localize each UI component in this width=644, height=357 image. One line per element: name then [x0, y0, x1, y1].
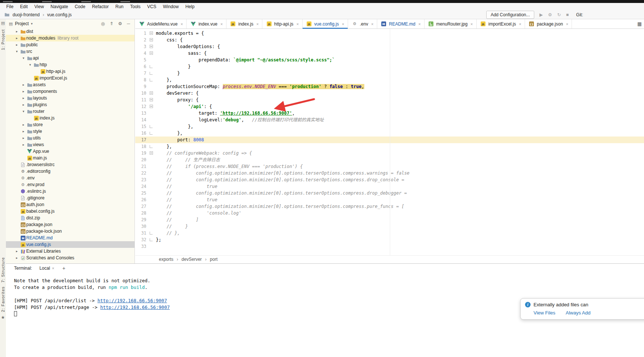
tree-item-style[interactable]: ▸style — [6, 128, 134, 135]
editor-tab-index-js[interactable]: JSindex.js× — [226, 19, 262, 28]
close-icon[interactable]: × — [371, 22, 373, 26]
tree-item-node-modules[interactable]: ▸node_moduleslibrary root — [6, 35, 134, 41]
stripe-structure-button[interactable]: 7: Structure — [1, 257, 5, 283]
code-editor[interactable]: 1module.exports = {2 css: {3 loaderOptio… — [135, 29, 644, 255]
fold-marker[interactable] — [148, 150, 154, 156]
fold-marker[interactable] — [148, 236, 154, 243]
editor-layout-icon[interactable]: ▦ — [637, 21, 642, 27]
chevron-right-icon[interactable]: ▸ — [21, 96, 26, 100]
update-icon[interactable]: ↻ — [557, 12, 561, 17]
breadcrumb-project[interactable]: duoji-frontend — [13, 12, 40, 17]
chevron-right-icon[interactable]: ▸ — [21, 83, 26, 87]
add-configuration-button[interactable]: Add Configuration... — [486, 11, 534, 19]
fold-marker[interactable] — [148, 37, 154, 43]
menu-navigate[interactable]: Navigate — [47, 4, 71, 9]
menu-run[interactable]: Run — [112, 4, 127, 9]
stripe-project-button[interactable]: 1: Project — [1, 29, 5, 50]
menu-help[interactable]: Help — [182, 4, 198, 9]
hide-panel-icon[interactable]: ─ — [127, 21, 130, 26]
menu-window[interactable]: Window — [160, 4, 182, 9]
tree-item-package-json[interactable]: {}package.json — [6, 221, 134, 228]
fold-marker[interactable] — [148, 63, 154, 70]
tree-item-store[interactable]: ▸store — [6, 121, 134, 128]
tree-item-utils[interactable]: ▸utils — [6, 135, 134, 141]
close-icon[interactable]: × — [256, 22, 259, 26]
menu-refactor[interactable]: Refactor — [89, 4, 112, 9]
tree-item-app-vue[interactable]: App.vue — [6, 148, 134, 155]
settings-icon[interactable]: ⚙ — [548, 12, 552, 17]
fold-marker[interactable] — [148, 143, 154, 150]
chevron-right-icon[interactable]: ▸ — [14, 36, 20, 40]
tree-item-plugins[interactable]: ▸plugins — [6, 101, 134, 108]
terminal-tab-local[interactable]: Local × — [37, 265, 57, 272]
stripe-favorites-button[interactable]: 2: Favorites — [1, 286, 5, 312]
gear-icon[interactable]: ⚙ — [118, 21, 122, 26]
tree-item-auth-json[interactable]: {}auth.json — [6, 201, 134, 208]
tree-item-dist-zip[interactable]: dist.zip — [6, 215, 134, 221]
breadcrumb-file[interactable]: vue.config.js — [47, 12, 72, 17]
tree-item-env[interactable]: ⚙.env — [6, 175, 134, 181]
tree-item-external-libraries[interactable]: ▸External Libraries — [6, 248, 134, 255]
tree-item-http-api-js[interactable]: JShttp-api.js — [6, 68, 134, 75]
tree-item-components[interactable]: ▸components — [6, 88, 134, 95]
tree-item-http[interactable]: ▾http — [6, 61, 134, 68]
tree-item-public[interactable]: ▸public — [6, 41, 134, 48]
tree-item-router[interactable]: ▾router — [6, 108, 134, 115]
editor-breadcrumb-devserver[interactable]: devServer — [181, 257, 202, 262]
menu-edit[interactable]: Edit — [17, 4, 31, 9]
close-icon[interactable]: × — [221, 22, 223, 26]
editor-tab-package-json[interactable]: {}package.json× — [525, 19, 572, 28]
menu-vcs[interactable]: VCS — [144, 4, 160, 9]
fold-marker[interactable] — [148, 123, 154, 130]
tree-item-layouts[interactable]: ▸layouts — [6, 95, 134, 101]
new-terminal-icon[interactable]: + — [62, 265, 65, 271]
tree-item-browserslistrc[interactable]: .browserslistrc — [6, 161, 134, 168]
menu-file[interactable]: File — [3, 4, 17, 9]
favorites-star-icon[interactable]: ★ — [1, 315, 5, 320]
fold-marker[interactable] — [148, 130, 154, 137]
menu-code[interactable]: Code — [71, 4, 89, 9]
tree-item-views[interactable]: ▸views — [6, 141, 134, 148]
fold-marker[interactable] — [148, 103, 154, 110]
editor-tab-importexcel-js[interactable]: JSimportExcel.js× — [477, 19, 525, 28]
close-icon[interactable]: × — [342, 22, 344, 26]
fold-marker[interactable] — [148, 43, 154, 50]
tree-item-eslintrc-js[interactable]: .eslintrc.js — [6, 188, 134, 195]
project-tool-window-icon[interactable]: ▤ — [1, 21, 5, 26]
close-icon[interactable]: × — [181, 22, 183, 26]
editor-tab-env[interactable]: ⚙.env× — [348, 19, 377, 28]
chevron-down-icon[interactable]: ▾ — [14, 50, 20, 53]
fold-marker[interactable] — [148, 230, 154, 236]
terminal-title[interactable]: Terminal: — [14, 266, 32, 271]
tree-item-env-prod[interactable]: ⚙.env.prod — [6, 181, 134, 188]
stop-icon[interactable]: ■ — [566, 12, 569, 17]
fold-marker[interactable] — [148, 97, 154, 103]
chevron-right-icon[interactable]: ▸ — [21, 123, 26, 127]
close-icon[interactable]: × — [470, 22, 473, 26]
tree-item-api[interactable]: ▾api — [6, 55, 134, 61]
tree-item-index-js[interactable]: JSindex.js — [6, 115, 134, 121]
tree-item-vue-config-js[interactable]: JSvue.config.js — [6, 241, 134, 248]
chevron-right-icon[interactable]: ▸ — [21, 103, 26, 107]
editor-tab-asidemenu-vue[interactable]: AsideMenu.vue× — [135, 19, 187, 28]
close-icon[interactable]: × — [418, 22, 420, 26]
run-icon[interactable]: ▶ — [539, 12, 543, 17]
tree-item-gitignore[interactable]: .gitignore — [6, 195, 134, 201]
tree-item-importexcel-js[interactable]: JSimportExcel.js — [6, 75, 134, 81]
close-icon[interactable]: × — [519, 22, 521, 26]
tree-item-src[interactable]: ▾src — [6, 48, 134, 55]
terminal-link[interactable]: http://192.168.66.56:9007 — [100, 304, 170, 310]
editor-tab-readme-md[interactable]: MREADME.md× — [377, 19, 425, 28]
chevron-right-icon[interactable]: ▸ — [14, 43, 20, 47]
tree-item-editorconfig[interactable]: ⚙.editorconfig — [6, 168, 134, 175]
tree-item-dist[interactable]: ▸dist — [6, 28, 134, 35]
locate-file-icon[interactable]: ◎ — [101, 21, 105, 26]
fold-marker[interactable] — [148, 70, 154, 77]
chevron-down-icon[interactable]: ▾ — [21, 110, 26, 113]
editor-breadcrumb-port[interactable]: port — [210, 257, 218, 262]
chevron-right-icon[interactable]: ▸ — [21, 129, 26, 133]
chevron-right-icon[interactable]: ▸ — [21, 90, 26, 93]
chevron-right-icon[interactable]: ▸ — [21, 136, 26, 140]
menu-tools[interactable]: Tools — [127, 4, 144, 9]
menu-view[interactable]: View — [31, 4, 47, 9]
